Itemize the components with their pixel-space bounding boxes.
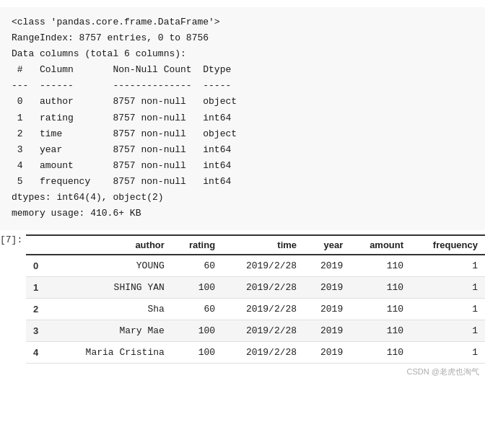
info-line-11: dtypes: int64(4), object(2) xyxy=(12,190,473,206)
cell-year: 2019 xyxy=(304,320,350,342)
info-line-0: <class 'pandas.core.frame.DataFrame'> xyxy=(12,14,473,30)
cell-idx: 4 xyxy=(26,342,55,364)
info-line-4: --- ------ -------------- ----- xyxy=(12,78,473,94)
cell-amount: 110 xyxy=(350,320,411,342)
cell-time: 2019/2/28 xyxy=(222,255,304,277)
cell-frequency: 1 xyxy=(411,299,485,320)
cell-frequency: 1 xyxy=(411,255,485,277)
info-line-7: 2 time 8757 non-null object xyxy=(12,126,473,142)
info-line-1: RangeIndex: 8757 entries, 0 to 8756 xyxy=(12,30,473,46)
cell-year: 2019 xyxy=(304,255,350,277)
table-row: 2Sha602019/2/2820191101 xyxy=(26,299,485,320)
table-row: 4Maria Cristina1002019/2/2820191101 xyxy=(26,342,485,364)
col-header-rating: rating xyxy=(172,235,222,255)
cell-idx: 1 xyxy=(26,277,55,299)
info-line-8: 3 year 8757 non-null int64 xyxy=(12,142,473,158)
cell-time: 2019/2/28 xyxy=(222,299,304,320)
dataframe-table-container: author rating time year amount frequency… xyxy=(26,230,485,380)
col-header-time: time xyxy=(222,235,304,255)
col-header-idx xyxy=(26,235,55,255)
cell-year: 2019 xyxy=(304,342,350,364)
info-line-10: 5 frequency 8757 non-null int64 xyxy=(12,174,473,190)
col-header-author: author xyxy=(55,235,172,255)
info-line-5: 0 author 8757 non-null object xyxy=(12,94,473,110)
cell-author: Mary Mae xyxy=(55,320,172,342)
info-line-12: memory usage: 410.6+ KB xyxy=(12,206,473,221)
cell-frequency: 1 xyxy=(411,342,485,364)
table-row: 0YOUNG602019/2/2820191101 xyxy=(26,255,485,277)
cell-amount: 110 xyxy=(350,277,411,299)
table-row: 1SHING YAN1002019/2/2820191101 xyxy=(26,277,485,299)
info-block: <class 'pandas.core.frame.DataFrame'> Ra… xyxy=(0,7,485,230)
main-container: <class 'pandas.core.frame.DataFrame'> Ra… xyxy=(0,0,485,448)
cell-rating: 100 xyxy=(172,342,222,364)
col-header-frequency: frequency xyxy=(411,235,485,255)
col-header-year: year xyxy=(304,235,350,255)
dataframe-table: author rating time year amount frequency… xyxy=(26,234,485,364)
cell-amount: 110 xyxy=(350,342,411,364)
cell-time: 2019/2/28 xyxy=(222,277,304,299)
cell-rating: 100 xyxy=(172,277,222,299)
cell-frequency: 1 xyxy=(411,277,485,299)
cell-time: 2019/2/28 xyxy=(222,342,304,364)
table-row: 3Mary Mae1002019/2/2820191101 xyxy=(26,320,485,342)
cell-year: 2019 xyxy=(304,277,350,299)
info-line-9: 4 amount 8757 non-null int64 xyxy=(12,158,473,174)
cell-amount: 110 xyxy=(350,299,411,320)
output-label: [7]: xyxy=(0,230,26,245)
info-line-3: # Column Non-Null Count Dtype xyxy=(12,62,473,78)
cell-author: Maria Cristina xyxy=(55,342,172,364)
watermark: CSDN @老虎也淘气 xyxy=(26,364,485,380)
output-label-text: [7]: xyxy=(0,234,22,245)
info-line-2: Data columns (total 6 columns): xyxy=(12,46,473,62)
cell-rating: 60 xyxy=(172,255,222,277)
cell-author: YOUNG xyxy=(55,255,172,277)
cell-rating: 100 xyxy=(172,320,222,342)
cell-amount: 110 xyxy=(350,255,411,277)
cell-frequency: 1 xyxy=(411,320,485,342)
cell-idx: 3 xyxy=(26,320,55,342)
cell-author: Sha xyxy=(55,299,172,320)
info-line-6: 1 rating 8757 non-null int64 xyxy=(12,110,473,126)
cell-time: 2019/2/28 xyxy=(222,320,304,342)
cell-idx: 0 xyxy=(26,255,55,277)
cell-rating: 60 xyxy=(172,299,222,320)
cell-year: 2019 xyxy=(304,299,350,320)
cell-idx: 2 xyxy=(26,299,55,320)
col-header-amount: amount xyxy=(350,235,411,255)
table-header-row: author rating time year amount frequency xyxy=(26,235,485,255)
output-row: [7]: author rating time year amount freq… xyxy=(0,230,485,380)
cell-author: SHING YAN xyxy=(55,277,172,299)
